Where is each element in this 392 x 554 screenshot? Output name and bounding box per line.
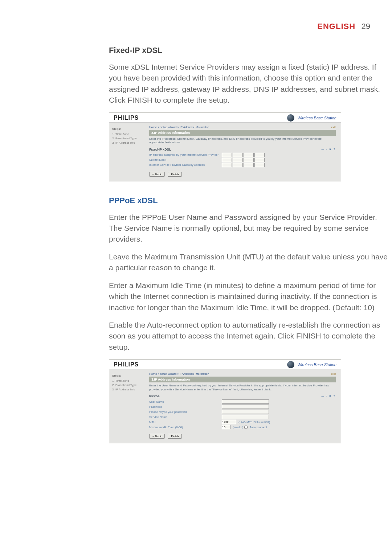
brand-logo: PHILIPS [114, 115, 139, 121]
mtu-label: MTU [149, 420, 222, 424]
service-name-label: Service Name [149, 415, 222, 419]
globe-icon [287, 361, 294, 368]
panel-description: Enter the IP address, Subnet Mask, Gatew… [149, 137, 336, 145]
wizard-steps-sidebar: Steps: 1. Time Zone 2. Broadband Type 3.… [109, 123, 149, 181]
password-retype-label: Please retype your password [149, 410, 222, 414]
username-input[interactable] [222, 399, 269, 404]
auto-reconnect-checkbox[interactable] [244, 426, 248, 429]
idle-time-label: Maximum Idle Time (0-60) [149, 426, 222, 429]
pppoe-para-2: Leave the Maximum Transmission Unit (MTU… [109, 251, 388, 274]
panel-title: 3.IP Address Information [149, 377, 336, 382]
gw-octet-1[interactable] [222, 163, 232, 167]
steps-heading: Steps: [112, 374, 146, 378]
password-label: Password [149, 405, 222, 409]
pppoe-heading: PPPoE xDSL [109, 196, 388, 205]
subnet-octet-3[interactable] [244, 158, 254, 162]
password-input[interactable] [222, 405, 269, 409]
subnet-octet-4[interactable] [254, 158, 265, 162]
auto-reconnect-label: Auto-reconnect [250, 426, 267, 428]
exit-link[interactable]: exit [331, 126, 336, 130]
help-icons: — ◦ ✖ ? [321, 148, 336, 151]
globe-icon [287, 114, 294, 122]
help-icons: — ◦ ✖ ? [321, 395, 336, 398]
username-label: User Name [149, 400, 222, 403]
product-tag: Wireless Base Station [297, 116, 336, 120]
panel-title: 3.IP Address Information [149, 130, 336, 136]
brand-logo: PHILIPS [114, 361, 139, 368]
subnet-mask-label: Subnet Mask [149, 158, 222, 161]
step-1: 1. Time Zone [112, 132, 146, 136]
step-2: 2. Broadband Type [112, 136, 146, 141]
ip-octet-4[interactable] [254, 153, 265, 157]
subnet-octet-1[interactable] [222, 158, 232, 162]
language-label: ENGLISH [317, 22, 355, 31]
fixed-ip-heading: Fixed-IP xDSL [109, 46, 388, 55]
exit-link[interactable]: exit [331, 372, 336, 377]
idle-time-input[interactable] [222, 425, 230, 429]
mtu-input[interactable] [222, 420, 236, 424]
ip-octet-3[interactable] [244, 153, 254, 157]
pppoe-para-4: Enable the Auto-reconnect option to auto… [109, 320, 388, 353]
steps-heading: Steps: [112, 127, 146, 131]
vertical-divider [42, 40, 42, 532]
page-header: ENGLISH 29 [22, 22, 370, 31]
step-3: 3. IP Address Info [112, 141, 146, 145]
pppoe-para-1: Enter the PPPoE User Name and Password a… [109, 212, 388, 245]
wizard-steps-sidebar: Steps: 1. Time Zone 2. Broadband Type 3.… [109, 369, 149, 443]
back-button[interactable]: < Back [149, 434, 165, 439]
step-1: 1. Time Zone [112, 379, 146, 383]
page-number: 29 [362, 22, 370, 31]
breadcrumb: Home > setup wizard > IP Address Informa… [149, 126, 209, 129]
finish-button[interactable]: Finish [168, 172, 182, 177]
idle-unit: (minutes) [233, 426, 243, 428]
mtu-hint: (1440<=MTU Value<=1492) [238, 421, 270, 423]
product-tag: Wireless Base Station [297, 362, 336, 367]
ip-octet-2[interactable] [233, 153, 243, 157]
service-name-input[interactable] [222, 415, 269, 419]
subnet-octet-2[interactable] [233, 158, 243, 162]
breadcrumb: Home > setup wizard > IP Address Informa… [149, 372, 209, 376]
fixed-ip-paragraph: Some xDSL Internet Service Providers may… [109, 62, 388, 106]
step-3: 3. IP Address Info [112, 387, 146, 392]
ip-address-label: IP address assigned by your Internet Ser… [149, 153, 222, 156]
gateway-label: Internet Service Provider Gateway Addres… [149, 163, 222, 167]
pppoe-screenshot: PHILIPS Wireless Base Station Steps: 1. … [109, 359, 341, 443]
gw-octet-3[interactable] [244, 163, 254, 167]
ip-octet-1[interactable] [222, 153, 232, 157]
gw-octet-4[interactable] [254, 163, 265, 167]
gw-octet-2[interactable] [233, 163, 243, 167]
fixed-ip-screenshot: PHILIPS Wireless Base Station Steps: 1. … [109, 112, 341, 181]
back-button[interactable]: < Back [149, 172, 165, 177]
step-2: 2. Broadband Type [112, 383, 146, 387]
finish-button[interactable]: Finish [168, 434, 182, 439]
pppoe-para-3: Enter a Maximum Idle Time (in minutes) t… [109, 280, 388, 313]
subsection-label: Fixed-IP xDSL [149, 148, 171, 151]
password-retype-input[interactable] [222, 410, 269, 414]
panel-description: Enter the User Name and Password require… [149, 384, 336, 391]
subsection-label: PPPoe [149, 394, 160, 398]
